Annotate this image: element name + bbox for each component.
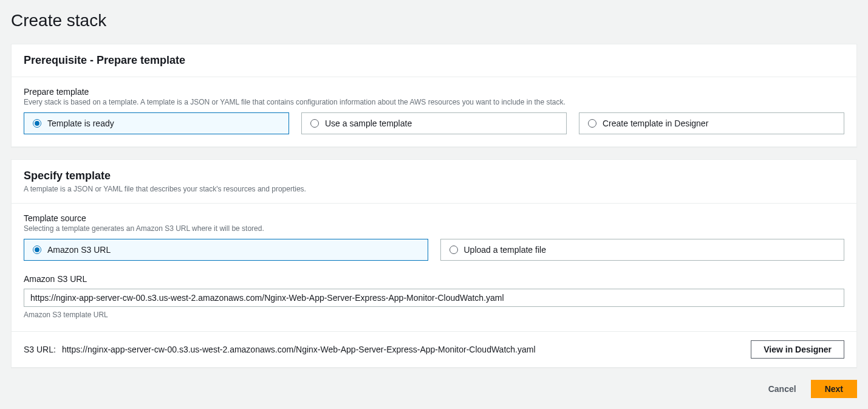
panel-body: Prepare template Every stack is based on… <box>12 77 856 146</box>
template-source-tiles: Amazon S3 URL Upload a template file <box>24 239 844 261</box>
tile-template-ready[interactable]: Template is ready <box>24 112 289 134</box>
radio-icon <box>33 119 41 128</box>
panel-title: Specify template <box>24 170 844 182</box>
next-button[interactable]: Next <box>811 380 857 398</box>
s3-url-value: https://nginx-app-server-cw-00.s3.us-wes… <box>62 345 536 354</box>
template-source-desc: Selecting a template generates an Amazon… <box>24 224 844 233</box>
cancel-button[interactable]: Cancel <box>762 380 802 397</box>
s3-url-help: Amazon S3 template URL <box>24 311 844 319</box>
s3-url-label: Amazon S3 URL <box>24 274 844 284</box>
tile-label: Upload a template file <box>464 245 546 255</box>
panel-header: Specify template A template is a JSON or… <box>12 160 856 204</box>
tile-label: Create template in Designer <box>603 119 708 128</box>
tile-label: Amazon S3 URL <box>47 245 111 255</box>
radio-icon <box>33 246 41 254</box>
prerequisite-panel: Prerequisite - Prepare template Prepare … <box>11 44 857 147</box>
page-title: Create stack <box>11 0 857 44</box>
radio-icon <box>449 246 458 254</box>
s3-url-input[interactable] <box>24 289 844 307</box>
radio-icon <box>588 119 596 128</box>
prepare-template-desc: Every stack is based on a template. A te… <box>24 98 844 106</box>
tile-upload-file[interactable]: Upload a template file <box>440 239 845 261</box>
view-in-designer-button[interactable]: View in Designer <box>751 340 844 359</box>
panel-footer: S3 URL: https://nginx-app-server-cw-00.s… <box>12 331 856 367</box>
panel-header: Prerequisite - Prepare template <box>12 44 856 77</box>
s3-url-prefix: S3 URL: <box>24 345 56 354</box>
panel-body: Template source Selecting a template gen… <box>12 204 856 331</box>
tile-sample-template[interactable]: Use a sample template <box>301 112 567 134</box>
tile-s3-url[interactable]: Amazon S3 URL <box>24 239 428 261</box>
wizard-actions: Cancel Next <box>11 380 857 398</box>
tile-create-designer[interactable]: Create template in Designer <box>579 112 844 134</box>
prepare-template-label: Prepare template <box>24 87 844 97</box>
panel-title: Prerequisite - Prepare template <box>24 54 844 67</box>
radio-icon <box>310 119 319 128</box>
tile-label: Use a sample template <box>325 119 412 128</box>
prepare-template-tiles: Template is ready Use a sample template … <box>24 112 844 134</box>
tile-label: Template is ready <box>47 119 114 128</box>
panel-subtitle: A template is a JSON or YAML file that d… <box>24 185 844 193</box>
s3-url-display: S3 URL: https://nginx-app-server-cw-00.s… <box>24 345 743 354</box>
specify-template-panel: Specify template A template is a JSON or… <box>11 159 857 368</box>
template-source-label: Template source <box>24 213 844 223</box>
